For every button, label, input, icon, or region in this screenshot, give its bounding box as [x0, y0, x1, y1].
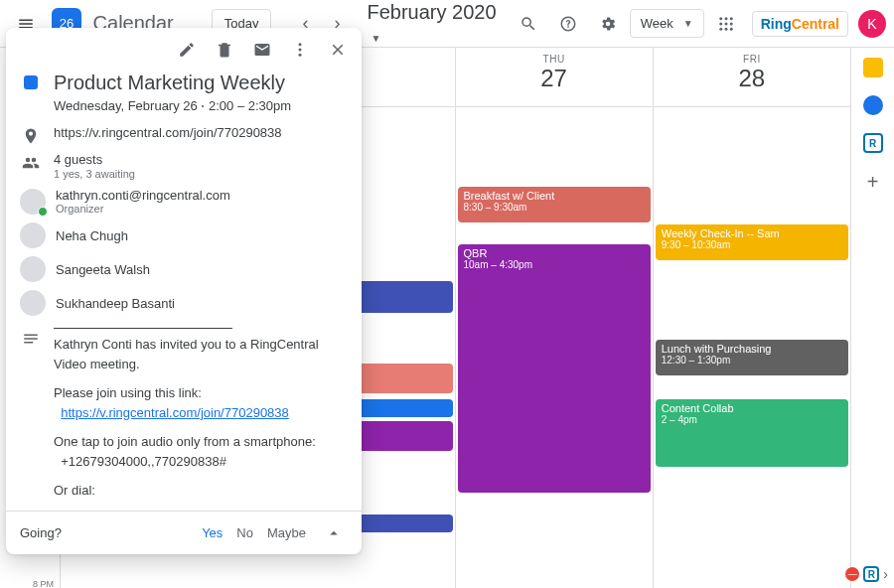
svg-point-0: [719, 17, 722, 20]
rsvp-yes-button[interactable]: Yes: [202, 525, 223, 540]
description-join: Please join using this link: https://v.r…: [54, 383, 346, 422]
tasks-icon[interactable]: [863, 95, 883, 115]
guest-avatar: [20, 290, 46, 316]
event-datetime: Wednesday, February 26 ⋅ 2:00 – 2:30pm: [54, 98, 346, 113]
day-number: 27: [456, 65, 653, 92]
trash-icon: [216, 41, 233, 59]
svg-point-6: [719, 27, 722, 30]
description-tap: One tap to join audio only from a smartp…: [54, 432, 346, 471]
apps-button[interactable]: [708, 6, 744, 42]
rsvp-no-button[interactable]: No: [236, 525, 253, 540]
event-breakfast-client[interactable]: Breakfast w/ Client 8:30 – 9:30am: [458, 187, 651, 222]
rsvp-expand-button[interactable]: [320, 519, 348, 547]
svg-point-3: [719, 22, 722, 25]
help-icon: [559, 15, 577, 33]
mail-icon: [253, 41, 271, 59]
add-addon-button[interactable]: +: [867, 171, 879, 194]
svg-point-1: [724, 17, 727, 20]
guest-status-summary: 1 yes, 3 awaiting: [54, 168, 346, 180]
rsvp-label: Going?: [20, 525, 62, 540]
guest-name: Sangeeta Walsh: [56, 262, 150, 277]
close-icon: [329, 41, 347, 59]
guest-item[interactable]: kathryn.conti@ringcentral.com Organizer: [54, 188, 346, 215]
guest-name: kathryn.conti@ringcentral.com: [56, 188, 230, 203]
event-content-collab[interactable]: Content Collab 2 – 4pm: [656, 399, 848, 467]
divider: [54, 328, 232, 329]
search-button[interactable]: [511, 6, 546, 42]
more-vert-icon: [291, 41, 309, 59]
svg-point-10: [299, 49, 302, 52]
gear-icon: [599, 15, 617, 33]
view-selector[interactable]: Week ▼: [630, 9, 704, 38]
popup-body: Product Marketing Weekly Wednesday, Febr…: [6, 72, 362, 511]
guest-avatar: [20, 256, 46, 282]
day-name: FRI: [654, 54, 850, 65]
dnd-icon[interactable]: [845, 567, 859, 581]
join-link[interactable]: https://v.ringcentral.com/join/770290838: [61, 405, 289, 420]
svg-point-11: [299, 54, 302, 57]
day-column-fri: FRI 28 Weekly Check-In -- Sam 9:30 – 10:…: [653, 48, 850, 588]
time-label-8pm: 8 PM: [33, 579, 54, 588]
day-header[interactable]: FRI 28: [654, 48, 850, 107]
ringcentral-logo[interactable]: RingCentral: [752, 11, 848, 37]
accepted-check-icon: [38, 207, 48, 217]
guest-name: Sukhandeep Basanti: [56, 296, 175, 311]
day-column-thu: THU 27 Breakfast w/ Client 8:30 – 9:30am…: [455, 48, 653, 588]
month-label: February 2020: [367, 1, 496, 23]
event-title: Product Marketing Weekly: [54, 72, 346, 94]
day-number: 28: [654, 65, 850, 92]
more-options-button[interactable]: [282, 32, 318, 68]
view-label: Week: [641, 16, 673, 31]
day-header[interactable]: THU 27: [456, 48, 653, 107]
chevron-down-icon: ▼: [683, 18, 693, 29]
popup-toolbar: [6, 28, 362, 72]
event-location-link[interactable]: https://v.ringcentral.com/join/770290838: [54, 125, 346, 140]
location-icon: [22, 127, 40, 145]
pencil-icon: [178, 41, 196, 59]
event-detail-popup: Product Marketing Weekly Wednesday, Febr…: [6, 28, 362, 554]
description-icon: [22, 330, 40, 348]
search-icon: [520, 15, 537, 33]
close-popup-button[interactable]: [320, 32, 356, 68]
help-button[interactable]: [550, 6, 586, 42]
email-guests-button[interactable]: [244, 32, 280, 68]
guest-name: Neha Chugh: [56, 228, 128, 243]
description-dial: Or dial:: [54, 481, 346, 501]
expand-panel-button[interactable]: ›: [883, 566, 888, 582]
guest-avatar: [20, 222, 46, 248]
guest-list: kathryn.conti@ringcentral.com Organizer …: [54, 188, 346, 316]
ringcentral-mini-icon[interactable]: [863, 566, 879, 582]
guests-icon: [22, 154, 40, 172]
event-weekly-checkin[interactable]: Weekly Check-In -- Sam 9:30 – 10:30am: [656, 224, 848, 260]
svg-point-2: [729, 17, 732, 20]
keep-icon[interactable]: [863, 58, 883, 77]
ringcentral-addon-icon[interactable]: [863, 133, 883, 153]
rsvp-maybe-button[interactable]: Maybe: [267, 525, 306, 540]
settings-button[interactable]: [590, 6, 626, 42]
svg-point-9: [299, 43, 302, 46]
events-area[interactable]: Breakfast w/ Client 8:30 – 9:30am QBR 10…: [456, 107, 653, 588]
bottom-panel-toggle: ›: [845, 566, 888, 582]
svg-point-7: [724, 27, 727, 30]
guest-item[interactable]: Sukhandeep Basanti: [54, 290, 346, 316]
event-qbr[interactable]: QBR 10am – 4:30pm: [458, 244, 651, 493]
edit-event-button[interactable]: [169, 32, 205, 68]
delete-event-button[interactable]: [207, 32, 242, 68]
user-avatar[interactable]: K: [858, 10, 886, 38]
event-lunch-purchasing[interactable]: Lunch with Purchasing 12:30 – 1:30pm: [656, 340, 848, 375]
guest-item[interactable]: Sangeeta Walsh: [54, 256, 346, 282]
guest-item[interactable]: Neha Chugh: [54, 222, 346, 248]
day-name: THU: [456, 54, 653, 65]
description-intro: Kathryn Conti has invited you to a RingC…: [54, 335, 346, 373]
guest-count: 4 guests: [54, 152, 346, 167]
svg-point-4: [724, 22, 727, 25]
chevron-up-icon: [325, 524, 343, 542]
guest-avatar: [20, 189, 46, 215]
popup-footer: Going? Yes No Maybe: [6, 511, 362, 554]
event-color-chip: [24, 75, 38, 89]
svg-point-5: [729, 22, 732, 25]
events-area[interactable]: Weekly Check-In -- Sam 9:30 – 10:30am Lu…: [654, 107, 850, 588]
side-panel: +: [850, 48, 894, 588]
current-month[interactable]: February 2020 ▼: [367, 1, 502, 47]
guest-role: Organizer: [56, 203, 230, 215]
